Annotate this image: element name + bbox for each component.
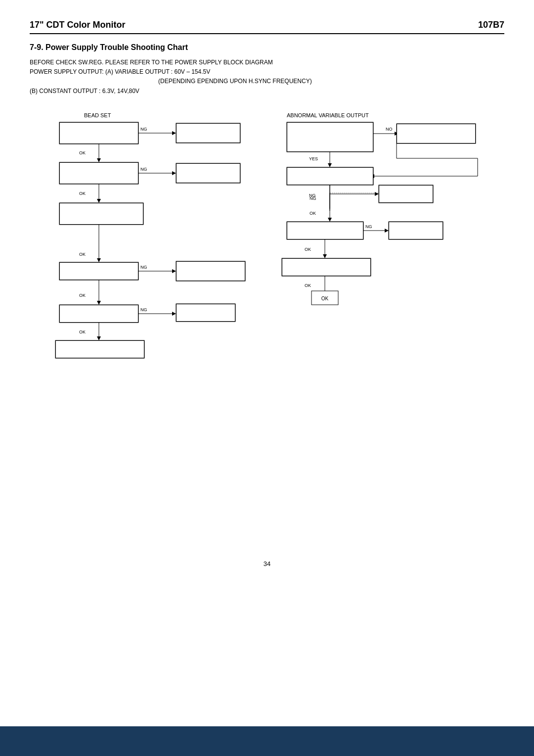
svg-marker-5 [97, 158, 101, 162]
check-line-rect-box [59, 162, 138, 184]
svg-text:OK: OK [305, 283, 311, 288]
check-bridge-box [176, 163, 240, 183]
check-start-box [59, 203, 143, 225]
svg-marker-82 [375, 192, 379, 196]
svg-text:NG: NG [140, 167, 147, 172]
preamble-line2: POWER SUPPLY OUTPUT: (A) VARIABLE OUTPUT… [30, 67, 504, 77]
svg-text:OK: OK [305, 247, 311, 252]
svg-text:ABNORMAL VARIABLE OUTPUT: ABNORMAL VARIABLE OUTPUT [287, 112, 369, 118]
svg-text:OK: OK [79, 330, 86, 334]
svg-marker-16 [97, 199, 101, 203]
q911-failure-box [389, 222, 443, 239]
page: 17" CDT Color Monitor 107B7 7-9. Power S… [0, 0, 534, 567]
svg-text:NG: NG [140, 127, 147, 132]
svg-text:OK: OK [79, 191, 86, 196]
preamble-line1: BEFORE CHECK SW.REG. PLEASE REFER TO THE… [30, 58, 504, 67]
check-f901-box [176, 123, 240, 143]
bead-set-label: BEAD SET [84, 112, 111, 118]
svg-marker-87 [328, 218, 332, 222]
check-56v-box [176, 261, 245, 281]
ic101-pin30-box [282, 258, 371, 276]
page-number: 34 [30, 560, 504, 567]
svg-text:NO: NO [386, 127, 393, 132]
svg-text:OK: OK [310, 211, 316, 216]
svg-marker-97 [323, 254, 327, 258]
svg-text:YES: YES [309, 156, 318, 161]
svg-marker-92 [385, 229, 389, 233]
check-ic101-box [397, 124, 476, 143]
svg-marker-11 [172, 131, 176, 135]
preamble-line3: (DEPENDING EPENDING UPON H.SYNC FREQUENC… [30, 77, 504, 86]
svg-marker-33 [172, 269, 176, 273]
preamble-line4: (B) CONSTANT OUTPUT : 6.3V, 14V,80V [30, 87, 504, 96]
svg-text:NG: NG [310, 196, 316, 201]
svg-text:NG: NG [140, 265, 147, 270]
svg-marker-28 [97, 258, 101, 262]
footer-bar [0, 726, 534, 756]
check-q911-box [287, 222, 363, 239]
svg-text:OK: OK [79, 252, 86, 257]
svg-marker-22 [172, 171, 176, 175]
svg-marker-39 [97, 301, 101, 305]
svg-marker-67 [328, 163, 332, 167]
page-title: 17" CDT Color Monitor [30, 20, 126, 30]
page-model: 107B7 [478, 20, 504, 30]
page-header: 17" CDT Color Monitor 107B7 [30, 20, 504, 34]
flowchart-diagram: BEAD SET CHECK AC LINE VOLT 120V OR 220V… [30, 105, 504, 550]
check-ic901-box [59, 305, 138, 323]
check-sense-box [55, 340, 144, 358]
check-ac-line-box [59, 122, 138, 144]
check-56v-output-box [287, 167, 373, 185]
svg-text:NG: NG [140, 307, 147, 312]
svg-marker-49 [97, 336, 101, 340]
svg-text:NG: NG [365, 224, 372, 229]
ic901-failure-box [176, 304, 235, 322]
svg-text:OK: OK [79, 293, 86, 298]
svg-marker-44 [172, 312, 176, 316]
check-d925-box [379, 185, 433, 203]
make-sure-box [287, 122, 373, 152]
preamble: BEFORE CHECK SW.REG. PLEASE REFER TO THE… [30, 58, 504, 96]
svg-text:OK: OK [79, 150, 86, 155]
check-t901-box [59, 262, 138, 280]
svg-text:OK: OK [321, 296, 329, 301]
section-title: 7-9. Power Supply Trouble Shooting Chart [30, 43, 504, 52]
